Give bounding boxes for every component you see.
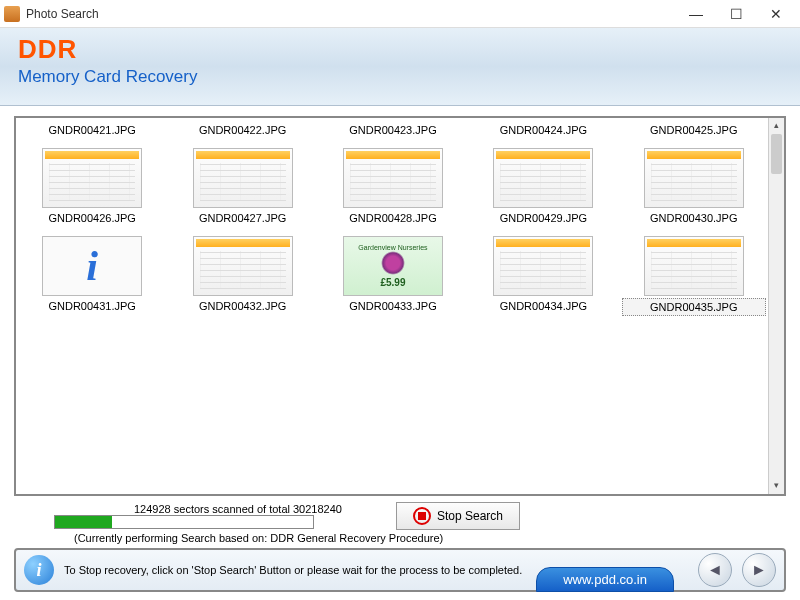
file-item[interactable]: GNDR00424.JPG xyxy=(471,122,615,138)
maximize-button[interactable]: ☐ xyxy=(716,1,756,27)
file-name-label: GNDR00435.JPG xyxy=(622,298,766,316)
file-thumbnail xyxy=(193,148,293,208)
file-name-label: GNDR00423.JPG xyxy=(321,122,465,138)
info-icon: i xyxy=(24,555,54,585)
file-name-label: GNDR00429.JPG xyxy=(471,210,615,226)
promo-title: Gardenview Nurseries xyxy=(358,244,427,251)
file-name-label: GNDR00421.JPG xyxy=(20,122,164,138)
file-item[interactable]: GNDR00428.JPG xyxy=(321,140,465,226)
file-item[interactable]: GNDR00425.JPG xyxy=(622,122,766,138)
results-gallery: GNDR00421.JPGGNDR00422.JPGGNDR00423.JPGG… xyxy=(14,116,786,496)
forward-button[interactable]: ► xyxy=(742,553,776,587)
close-button[interactable]: ✕ xyxy=(756,1,796,27)
stop-search-button[interactable]: Stop Search xyxy=(396,502,520,530)
file-grid: GNDR00421.JPGGNDR00422.JPGGNDR00423.JPGG… xyxy=(20,122,766,316)
main-area: GNDR00421.JPGGNDR00422.JPGGNDR00423.JPGG… xyxy=(0,106,800,544)
progress-status: 124928 sectors scanned of total 30218240 xyxy=(134,503,342,515)
file-item[interactable]: GNDR00423.JPG xyxy=(321,122,465,138)
app-icon xyxy=(4,6,20,22)
file-name-label: GNDR00434.JPG xyxy=(471,298,615,314)
progress-fill xyxy=(55,516,112,528)
file-item[interactable]: GNDR00429.JPG xyxy=(471,140,615,226)
file-name-label: GNDR00431.JPG xyxy=(20,298,164,314)
file-item[interactable]: GNDR00421.JPG xyxy=(20,122,164,138)
promo-price: £5.99 xyxy=(380,277,405,288)
progress-bar xyxy=(54,515,314,529)
file-item[interactable]: GNDR00434.JPG xyxy=(471,228,615,316)
file-thumbnail: i xyxy=(42,236,142,296)
file-thumbnail xyxy=(343,148,443,208)
footer-bar: i To Stop recovery, click on 'Stop Searc… xyxy=(14,548,786,592)
file-name-label: GNDR00432.JPG xyxy=(170,298,314,314)
gallery-scrollbar[interactable]: ▴ ▾ xyxy=(768,118,784,494)
file-thumbnail: Gardenview Nurseries£5.99 xyxy=(343,236,443,296)
scroll-up-icon[interactable]: ▴ xyxy=(769,118,784,134)
file-item[interactable]: GNDR00432.JPG xyxy=(170,228,314,316)
file-name-label: GNDR00427.JPG xyxy=(170,210,314,226)
file-thumbnail xyxy=(42,148,142,208)
file-name-label: GNDR00425.JPG xyxy=(622,122,766,138)
minimize-button[interactable]: — xyxy=(676,1,716,27)
file-name-label: GNDR00428.JPG xyxy=(321,210,465,226)
flower-icon xyxy=(381,251,405,275)
stop-label: Stop Search xyxy=(437,509,503,523)
file-thumbnail xyxy=(493,148,593,208)
file-thumbnail xyxy=(644,148,744,208)
progress-row: 124928 sectors scanned of total 30218240… xyxy=(54,502,786,530)
file-thumbnail xyxy=(644,236,744,296)
back-button[interactable]: ◄ xyxy=(698,553,732,587)
file-item[interactable]: GNDR00435.JPG xyxy=(622,228,766,316)
file-thumbnail xyxy=(493,236,593,296)
file-name-label: GNDR00424.JPG xyxy=(471,122,615,138)
brand-logo: DDR xyxy=(18,34,782,65)
info-glyph-icon: i xyxy=(86,242,98,290)
file-item[interactable]: iGNDR00431.JPG xyxy=(20,228,164,316)
window-title: Photo Search xyxy=(26,7,676,21)
titlebar: Photo Search — ☐ ✕ xyxy=(0,0,800,28)
file-item[interactable]: Gardenview Nurseries£5.99GNDR00433.JPG xyxy=(321,228,465,316)
file-name-label: GNDR00422.JPG xyxy=(170,122,314,138)
file-item[interactable]: GNDR00430.JPG xyxy=(622,140,766,226)
scroll-down-icon[interactable]: ▾ xyxy=(769,478,784,494)
procedure-note: (Currently performing Search based on: D… xyxy=(74,532,786,544)
stop-icon xyxy=(413,507,431,525)
file-item[interactable]: GNDR00422.JPG xyxy=(170,122,314,138)
file-item[interactable]: GNDR00427.JPG xyxy=(170,140,314,226)
file-item[interactable]: GNDR00426.JPG xyxy=(20,140,164,226)
product-subtitle: Memory Card Recovery xyxy=(18,67,782,87)
file-name-label: GNDR00433.JPG xyxy=(321,298,465,314)
header-banner: DDR Memory Card Recovery xyxy=(0,28,800,106)
file-name-label: GNDR00426.JPG xyxy=(20,210,164,226)
file-thumbnail xyxy=(193,236,293,296)
website-link[interactable]: www.pdd.co.in xyxy=(536,567,674,592)
file-name-label: GNDR00430.JPG xyxy=(622,210,766,226)
scroll-thumb[interactable] xyxy=(771,134,782,174)
